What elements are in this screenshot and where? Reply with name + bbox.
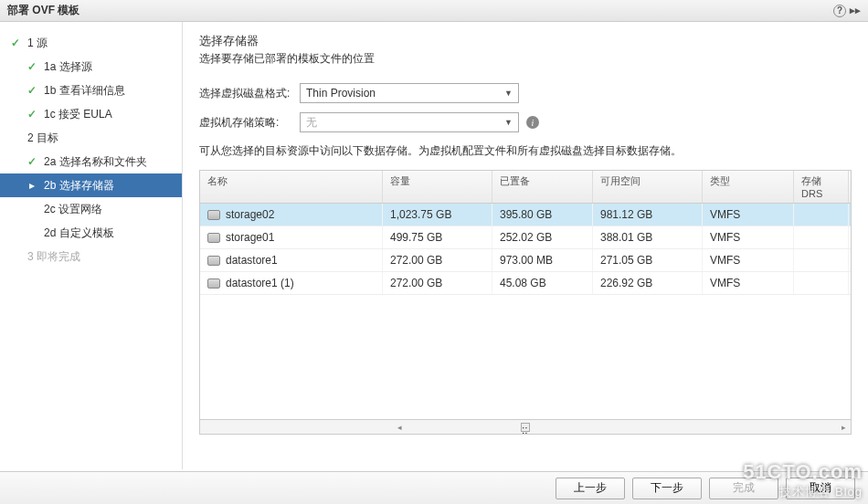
check-icon: ✓ — [9, 37, 22, 49]
window-title: 部署 OVF 模板 — [7, 3, 79, 18]
col-provisioned[interactable]: 已置备 — [492, 171, 593, 203]
cell-free: 271.05 GB — [593, 249, 703, 271]
cell-provisioned: 252.02 GB — [492, 226, 593, 248]
nav-select-storage[interactable]: ▸2b 选择存储器 — [0, 173, 182, 197]
table-row[interactable]: storage021,023.75 GB395.80 GB981.12 GBVM… — [200, 204, 851, 226]
table-body: storage021,023.75 GB395.80 GB981.12 GBVM… — [200, 204, 851, 419]
datastore-icon — [207, 210, 220, 220]
cell-capacity: 272.00 GB — [383, 249, 492, 271]
wizard-footer: 上一步 下一步 完成 取消 — [0, 471, 868, 504]
check-icon: ✓ — [26, 108, 38, 121]
cell-capacity: 1,023.75 GB — [383, 204, 492, 226]
cell-drs — [794, 272, 849, 294]
finish-button: 完成 — [709, 478, 778, 499]
cell-type: VMFS — [703, 226, 794, 248]
cell-free: 388.01 GB — [593, 226, 703, 248]
disk-format-select[interactable]: Thin Provision ▼ — [300, 83, 519, 103]
check-icon: ✓ — [26, 155, 38, 168]
cell-drs — [794, 249, 849, 271]
nav-ready-complete: 3 即将完成 — [0, 245, 182, 268]
scroll-thumb[interactable]: :: — [521, 423, 530, 432]
arrow-icon: ▸ — [26, 179, 38, 192]
cell-type: VMFS — [703, 272, 794, 294]
nav-select-source[interactable]: ✓1a 选择源 — [0, 55, 182, 79]
storage-policy-select[interactable]: 无 ▼ — [300, 112, 519, 132]
datastore-icon — [207, 278, 220, 289]
table-header: 名称 容量 已置备 可用空间 类型 存储 DRS — [200, 171, 851, 204]
cell-provisioned: 395.80 GB — [492, 204, 593, 226]
datastore-icon — [207, 233, 220, 243]
cell-name: storage02 — [200, 204, 383, 226]
cell-provisioned: 973.00 MB — [492, 249, 593, 271]
cell-free: 981.12 GB — [593, 204, 703, 226]
titlebar: 部署 OVF 模板 ? ▸▸ — [0, 0, 868, 22]
info-icon[interactable]: i — [526, 116, 539, 129]
storage-policy-label: 虚拟机存储策略: — [199, 115, 300, 131]
table-row[interactable]: storage01499.75 GB252.02 GB388.01 GBVMFS — [200, 226, 851, 249]
nav-setup-networks[interactable]: 2c 设置网络 — [0, 197, 182, 221]
col-type[interactable]: 类型 — [703, 171, 794, 203]
nav-review-details[interactable]: ✓1b 查看详细信息 — [0, 79, 182, 102]
col-capacity[interactable]: 容量 — [383, 171, 492, 203]
datastore-icon — [207, 256, 220, 266]
table-row[interactable]: datastore1 (1)272.00 GB45.08 GB226.92 GB… — [200, 272, 851, 295]
cancel-button[interactable]: 取消 — [786, 478, 855, 499]
cell-drs — [794, 204, 849, 226]
nav-customize-template[interactable]: 2d 自定义模板 — [0, 221, 182, 245]
back-button[interactable]: 上一步 — [556, 478, 625, 499]
check-icon: ✓ — [26, 84, 38, 97]
cell-drs — [794, 226, 849, 248]
help-icon[interactable]: ? — [833, 5, 846, 17]
col-name[interactable]: 名称 — [200, 171, 383, 203]
cell-capacity: 499.75 GB — [383, 226, 492, 248]
cell-type: VMFS — [703, 249, 794, 271]
col-free[interactable]: 可用空间 — [593, 171, 703, 203]
wizard-nav: ✓1 源 ✓1a 选择源 ✓1b 查看详细信息 ✓1c 接受 EULA 2 目标… — [0, 22, 183, 469]
main-panel: 选择存储器 选择要存储已部署的模板文件的位置 选择虚拟磁盘格式: Thin Pr… — [183, 22, 868, 469]
cell-type: VMFS — [703, 204, 794, 226]
nav-destination[interactable]: 2 目标 — [0, 126, 182, 150]
horizontal-scrollbar[interactable]: ◂ :: ▸ — [200, 419, 851, 434]
cell-name: datastore1 — [200, 249, 383, 271]
disk-format-label: 选择虚拟磁盘格式: — [199, 86, 300, 101]
datastore-table: 名称 容量 已置备 可用空间 类型 存储 DRS storage021,023.… — [199, 170, 852, 435]
chevron-down-icon: ▼ — [504, 118, 513, 127]
cell-capacity: 272.00 GB — [383, 272, 492, 294]
panel-desc: 选择要存储已部署的模板文件的位置 — [199, 51, 852, 67]
cell-free: 226.92 GB — [593, 272, 703, 294]
table-row[interactable]: datastore1272.00 GB973.00 MB271.05 GBVMF… — [200, 249, 851, 272]
chevron-down-icon: ▼ — [504, 89, 513, 98]
col-drs[interactable]: 存储 DRS — [794, 171, 849, 203]
pin-icon[interactable]: ▸▸ — [850, 5, 861, 16]
check-icon: ✓ — [26, 60, 38, 73]
cell-provisioned: 45.08 GB — [492, 272, 593, 294]
nav-select-name-folder[interactable]: ✓2a 选择名称和文件夹 — [0, 150, 182, 173]
nav-accept-eula[interactable]: ✓1c 接受 EULA — [0, 102, 182, 126]
next-button[interactable]: 下一步 — [632, 478, 702, 499]
cell-name: storage01 — [200, 226, 383, 248]
cell-name: datastore1 (1) — [200, 272, 383, 294]
nav-source[interactable]: ✓1 源 — [0, 31, 182, 55]
panel-title: 选择存储器 — [199, 33, 852, 49]
instruction-text: 可从您选择的目标资源中访问以下数据存储。为虚拟机配置文件和所有虚拟磁盘选择目标数… — [199, 143, 852, 159]
